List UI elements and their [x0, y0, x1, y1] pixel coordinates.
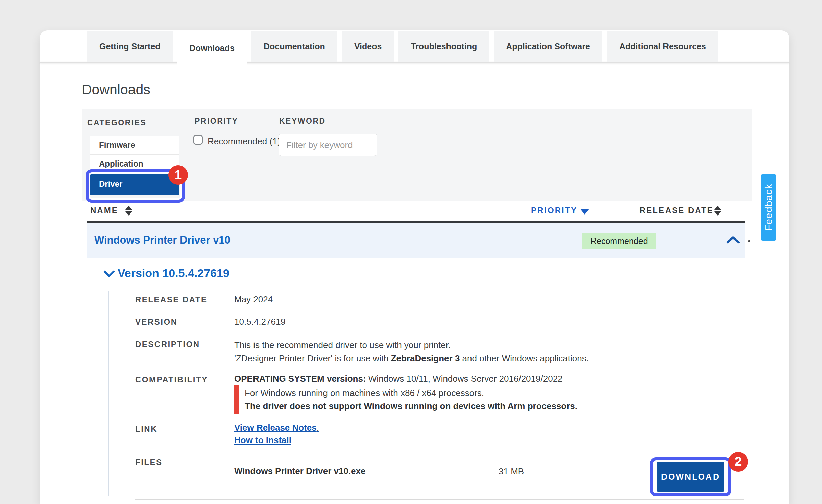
recommended-checkbox-label[interactable]: Recommended (1)	[208, 136, 280, 147]
release-date-field-label: RELEASE DATE	[135, 295, 208, 304]
category-item-firmware[interactable]: Firmware	[90, 136, 179, 155]
description-line-2: 'ZDesigner Printer Driver' is for use wi…	[234, 352, 589, 365]
categories-list: Firmware Application Driver	[90, 136, 179, 195]
priority-label: PRIORITY	[195, 117, 238, 126]
annotation-step-2-badge: 2	[728, 452, 748, 472]
stray-dot	[748, 240, 750, 242]
version-chevron-down-icon[interactable]	[103, 270, 115, 277]
section-bottom-divider	[135, 499, 744, 500]
compatibility-os-line: OPERATING SYSTEM versions: Windows 10/11…	[234, 374, 563, 384]
content-card: Getting Started Downloads Documentation …	[40, 30, 789, 504]
sort-down-arrow-icon	[125, 211, 132, 216]
release-date-sort-icon[interactable]	[714, 206, 721, 216]
tab-bar: Getting Started Downloads Documentation …	[87, 31, 718, 65]
name-sort-icon[interactable]	[125, 206, 132, 216]
description-line-1: This is the recommended driver to use wi…	[234, 338, 589, 352]
how-to-install-link[interactable]: How to Install	[234, 435, 291, 446]
link-field-label: LINK	[135, 424, 158, 434]
sort-up-arrow-icon	[714, 206, 721, 210]
files-section-divider	[234, 455, 752, 455]
driver-row-title-link[interactable]: Windows Printer Driver v10	[94, 234, 231, 246]
driver-result-row: Windows Printer Driver v10 Recommended	[87, 223, 745, 258]
files-field-label: FILES	[135, 458, 163, 467]
priority-sort-down-icon[interactable]	[580, 209, 589, 215]
feedback-tab[interactable]: Feedback	[761, 174, 776, 241]
file-size: 31 MB	[499, 466, 524, 477]
tab-additional-resources[interactable]: Additional Resources	[607, 31, 718, 62]
recommended-checkbox[interactable]	[193, 135, 203, 145]
tab-troubleshooting[interactable]: Troubleshooting	[398, 31, 489, 62]
version-heading[interactable]: Version 10.5.4.27619	[118, 267, 229, 280]
architecture-note: For Windows running on machines with x86…	[234, 385, 606, 414]
description-value: This is the recommended driver to use wi…	[234, 338, 589, 365]
tab-documentation[interactable]: Documentation	[251, 31, 337, 62]
tab-getting-started[interactable]: Getting Started	[87, 31, 173, 62]
page-title: Downloads	[82, 82, 150, 98]
description-field-label: DESCRIPTION	[135, 339, 200, 349]
file-name: Windows Printer Driver v10.exe	[234, 466, 365, 476]
view-release-notes-link[interactable]: View Release Notes.	[234, 423, 319, 433]
filter-panel: CATEGORIES Firmware Application Driver 1…	[82, 109, 752, 201]
release-date-value: May 2024	[234, 294, 273, 305]
download-button[interactable]: DOWNLOAD	[657, 462, 724, 492]
tab-videos[interactable]: Videos	[342, 31, 394, 62]
version-field-label: VERSION	[135, 317, 178, 327]
category-item-driver[interactable]: Driver	[90, 174, 179, 195]
sort-down-arrow-icon	[714, 211, 721, 216]
recommended-badge: Recommended	[582, 233, 656, 249]
architecture-note-line-1: For Windows running on machines with x86…	[245, 386, 606, 400]
release-notes-period: .	[317, 423, 319, 433]
keyword-input[interactable]	[279, 134, 377, 156]
version-section-rule	[108, 291, 109, 496]
column-header-release-date[interactable]: RELEASE DATE	[639, 206, 714, 215]
compatibility-field-label: COMPATIBILITY	[135, 375, 208, 384]
annotation-step-1-badge: 1	[168, 165, 188, 185]
keyword-label: KEYWORD	[279, 117, 326, 126]
sort-up-arrow-icon	[125, 206, 132, 210]
tab-downloads[interactable]: Downloads	[177, 31, 247, 65]
column-header-priority[interactable]: PRIORITY	[531, 206, 577, 215]
architecture-note-line-2: The driver does not support Windows runn…	[245, 400, 606, 413]
tab-application-software[interactable]: Application Software	[494, 31, 602, 62]
feedback-tab-label: Feedback	[763, 184, 774, 231]
column-header-name[interactable]: NAME	[90, 206, 118, 215]
category-item-application[interactable]: Application	[90, 155, 179, 174]
collapse-chevron-up-icon[interactable]	[726, 236, 740, 244]
version-value: 10.5.4.27619	[234, 317, 286, 327]
categories-label: CATEGORIES	[87, 118, 146, 127]
